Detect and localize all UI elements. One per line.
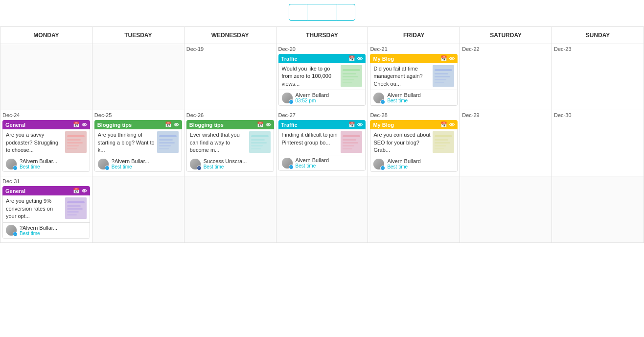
next-month-button[interactable] xyxy=(337,4,355,21)
event-category: My Blog xyxy=(373,56,394,62)
svg-rect-20 xyxy=(159,139,173,141)
event-card: Blogging tips 📅 👁 Ever wished that you c… xyxy=(186,120,274,172)
svg-rect-27 xyxy=(251,142,267,144)
calendar-icon[interactable]: 📅 xyxy=(165,121,172,128)
event-header: General 📅 👁 xyxy=(2,120,90,129)
calendar-icon[interactable]: 📅 xyxy=(348,121,355,128)
day-header-saturday: SATURDAY xyxy=(460,27,552,44)
prev-month-button[interactable] xyxy=(289,4,307,21)
svg-rect-35 xyxy=(343,148,352,149)
event-body: Are you confused about SEO for your blog… xyxy=(370,129,458,156)
social-badge: 🐦 xyxy=(380,166,385,170)
calendar-grid: MONDAYTUESDAYWEDNESDAYTHURSDAYFRIDAYSATU… xyxy=(0,26,644,243)
svg-rect-7 xyxy=(435,69,452,71)
event-header: My Blog 📅 👁 xyxy=(370,54,458,63)
avatar: 🐦 xyxy=(98,159,109,169)
calendar-cell: Dec-26 Blogging tips 📅 👁 Ever wished tha… xyxy=(184,110,276,176)
social-badge: 🐦 xyxy=(289,165,294,169)
footer-info: Alvern Bullard Best time xyxy=(387,92,454,103)
svg-rect-23 xyxy=(159,148,169,149)
event-footer: 🐦 Alvern Bullard Best time xyxy=(278,155,366,171)
eye-icon[interactable]: 👁 xyxy=(82,188,87,194)
event-thumbnail xyxy=(433,131,454,153)
event-category: Blogging tips xyxy=(97,122,132,128)
calendar-icon[interactable]: 📅 xyxy=(348,55,355,62)
calendar-cell: Dec-27 Traffic 📅 👁 Finding it difficult … xyxy=(276,110,368,176)
day-label: Dec-24 xyxy=(2,112,90,118)
svg-rect-29 xyxy=(251,148,261,149)
event-footer: 🐦 ?Alvern Bullar... Best time xyxy=(2,156,90,172)
day-label: Dec-19 xyxy=(186,46,274,52)
svg-rect-3 xyxy=(343,76,358,77)
svg-rect-19 xyxy=(159,135,177,137)
day-header-wednesday: WEDNESDAY xyxy=(184,27,276,44)
calendar-icon[interactable]: 📅 xyxy=(440,121,447,128)
day-header-thursday: THURSDAY xyxy=(276,27,368,44)
eye-icon[interactable]: 👁 xyxy=(449,56,455,62)
event-card: General 📅 👁 Are you a savvy podcaster? S… xyxy=(2,120,90,172)
event-thumbnail xyxy=(249,131,271,153)
social-badge: 🐦 xyxy=(13,232,18,237)
event-footer: 🐦 Alvern Bullard Best time xyxy=(370,156,458,172)
day-label: Dec-29 xyxy=(462,112,550,118)
event-header: General 📅 👁 xyxy=(2,186,90,195)
footer-info: ?Alvern Bullar... Best time xyxy=(112,158,179,169)
eye-icon[interactable]: 👁 xyxy=(357,122,363,128)
day-label: Dec-22 xyxy=(462,46,550,52)
event-body: Did you fail at time management again? C… xyxy=(370,63,458,90)
post-time: Best time xyxy=(112,164,179,169)
event-category: Traffic xyxy=(281,122,298,128)
eye-icon[interactable]: 👁 xyxy=(357,56,363,62)
eye-icon[interactable]: 👁 xyxy=(449,122,455,128)
eye-icon[interactable]: 👁 xyxy=(174,122,179,128)
calendar-icon[interactable]: 📅 xyxy=(73,121,80,128)
post-time: Best time xyxy=(387,164,454,169)
calendar-icon[interactable]: 📅 xyxy=(440,55,447,62)
eye-icon[interactable]: 👁 xyxy=(82,122,87,128)
event-text: Would you like to go from zero to 100,00… xyxy=(282,65,339,88)
author-name: Alvern Bullard xyxy=(387,158,454,164)
calendar-cell: Dec-30 xyxy=(552,110,644,176)
calendar-cell xyxy=(368,176,460,242)
svg-rect-39 xyxy=(435,142,450,144)
event-footer: 🐦 Alvern Bullard 03:52 pm xyxy=(278,90,366,106)
post-time: Best time xyxy=(20,231,87,236)
day-label: Dec-21 xyxy=(370,46,458,52)
calendar-cell xyxy=(92,176,184,242)
event-thumbnail xyxy=(341,131,362,153)
calendar-cell: Dec-21 My Blog 📅 👁 Did you fail at time … xyxy=(368,44,460,110)
footer-info: ?Alvern Bullar... Best time xyxy=(20,225,87,236)
event-text: Are you confused about SEO for your blog… xyxy=(373,131,431,154)
calendar-icon[interactable]: 📅 xyxy=(257,121,264,128)
svg-rect-22 xyxy=(159,145,171,146)
day-header-sunday: SUNDAY xyxy=(552,27,644,44)
week-row-1: Dec-24 General 📅 👁 Are you a savvy podca… xyxy=(0,110,644,176)
svg-rect-15 xyxy=(67,142,83,144)
event-thumbnail xyxy=(341,65,362,87)
author-name: ?Alvern Bullar... xyxy=(20,158,87,164)
event-body: Are you thinking of starting a blog? Wan… xyxy=(94,129,182,156)
social-badge: 🐦 xyxy=(289,99,294,104)
calendar-icon[interactable]: 📅 xyxy=(73,188,80,194)
event-header: Traffic 📅 👁 xyxy=(278,120,366,129)
event-thumbnail xyxy=(65,131,87,153)
event-card: Traffic 📅 👁 Would you like to go from ze… xyxy=(278,54,366,106)
calendar-cell: Dec-24 General 📅 👁 Are you a savvy podca… xyxy=(0,110,92,176)
svg-rect-32 xyxy=(343,139,356,141)
svg-rect-33 xyxy=(343,142,358,144)
event-card: My Blog 📅 👁 Are you confused about SEO f… xyxy=(370,120,458,172)
svg-rect-13 xyxy=(67,135,85,137)
event-header: Blogging tips 📅 👁 xyxy=(94,120,182,129)
event-body: Finding it difficult to join Pinterest g… xyxy=(278,129,366,155)
calendar-cell: Dec-20 Traffic 📅 👁 Would you like to go … xyxy=(276,44,368,110)
event-card: Blogging tips 📅 👁 Are you thinking of st… xyxy=(94,120,182,172)
svg-rect-37 xyxy=(435,135,452,137)
post-time: Best time xyxy=(20,164,87,169)
week-row-0: Dec-19Dec-20 Traffic 📅 👁 Would you like … xyxy=(0,44,644,110)
event-header: Blogging tips 📅 👁 xyxy=(186,120,274,129)
day-label: Dec-25 xyxy=(94,112,182,118)
calendar-cell: Dec-25 Blogging tips 📅 👁 Are you thinkin… xyxy=(92,110,184,176)
svg-rect-4 xyxy=(343,79,354,80)
eye-icon[interactable]: 👁 xyxy=(266,122,271,128)
svg-rect-46 xyxy=(67,211,79,213)
